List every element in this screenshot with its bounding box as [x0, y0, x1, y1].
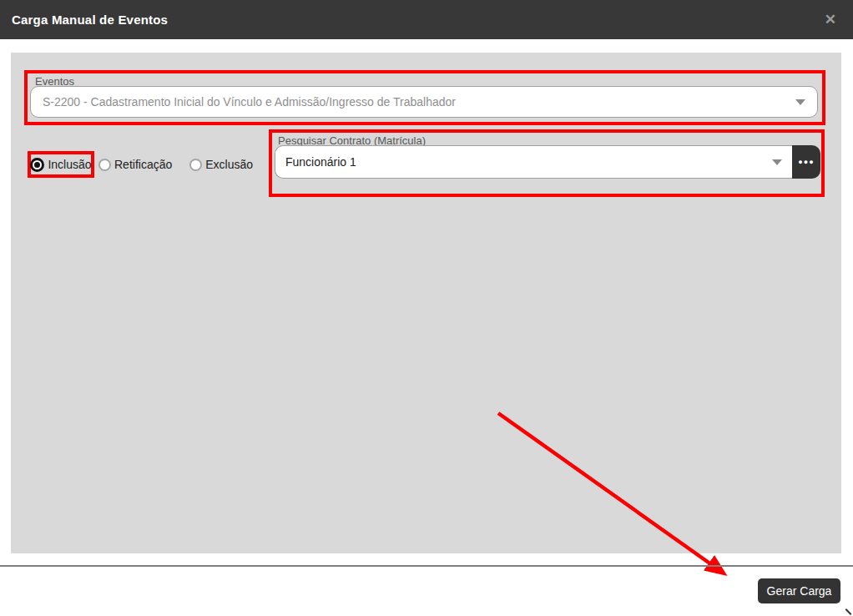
radio-unselected-icon[interactable] — [189, 159, 202, 171]
modal-header: Carga Manual de Eventos ✕ — [0, 0, 853, 39]
gerar-carga-button[interactable]: Gerar Carga — [758, 578, 840, 603]
radio-exclusao-label: Exclusão — [205, 158, 253, 171]
footer-divider — [0, 565, 853, 567]
eventos-selected-value: S-2200 - Cadastramento Inicial do Víncul… — [43, 95, 789, 109]
pesquisar-contrato-group: Funcionário 1 ●●● — [275, 145, 820, 179]
eventos-highlight-box: Eventos S-2200 - Cadastramento Inicial d… — [24, 70, 825, 125]
radio-retificacao[interactable]: Retificação — [98, 158, 172, 171]
radio-inclusao[interactable]: Inclusão — [30, 158, 91, 172]
inclusao-highlight-box: Inclusão — [28, 151, 94, 178]
close-icon[interactable]: ✕ — [820, 9, 841, 30]
radio-exclusao[interactable]: Exclusão — [189, 158, 253, 171]
modal-body-panel — [11, 53, 841, 553]
radio-selected-icon[interactable] — [30, 158, 44, 172]
eventos-select[interactable]: S-2200 - Cadastramento Inicial do Víncul… — [30, 86, 818, 118]
modal-title: Carga Manual de Eventos — [12, 13, 168, 27]
resize-corner-mark — [845, 608, 852, 615]
ellipsis-more-button[interactable]: ●●● — [792, 145, 820, 179]
pesquisar-contrato-highlight-box: Pesquisar Contrato (Matrícula) Funcionár… — [269, 129, 825, 197]
radio-inclusao-label: Inclusão — [48, 158, 91, 171]
modo-lancamento-radio-group: Retificação Exclusão — [98, 151, 253, 178]
radio-unselected-icon[interactable] — [98, 159, 111, 171]
radio-retificacao-label: Retificação — [114, 158, 172, 171]
pesquisar-contrato-select[interactable]: Funcionário 1 — [275, 145, 792, 179]
pesquisar-contrato-selected-value: Funcionário 1 — [285, 155, 765, 169]
chevron-down-icon — [795, 99, 805, 105]
chevron-down-icon — [772, 159, 782, 165]
